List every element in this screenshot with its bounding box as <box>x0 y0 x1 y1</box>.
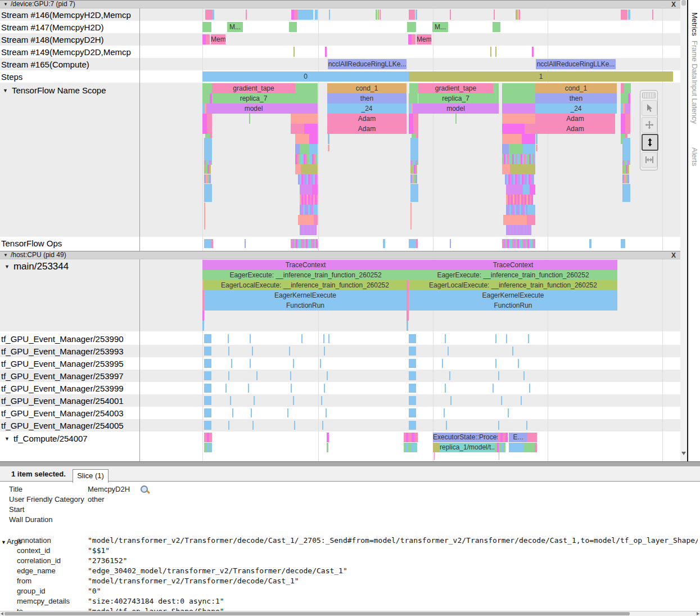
trace-event[interactable]: M... <box>227 22 243 32</box>
trace-event-sliver[interactable] <box>256 371 258 380</box>
trace-event-sliver[interactable] <box>228 347 229 356</box>
trace-event-sliver[interactable] <box>450 396 451 405</box>
gpu-close-button[interactable]: X <box>671 1 676 9</box>
trace-event-sliver[interactable] <box>506 205 527 215</box>
trace-event-sliver[interactable] <box>493 83 499 93</box>
cpu-close-button[interactable]: X <box>671 251 676 260</box>
trace-event-sliver[interactable] <box>442 359 443 368</box>
track-collapse-arrow-icon[interactable]: ▼ <box>3 88 8 93</box>
trace-event-sliver[interactable] <box>409 421 416 430</box>
trace-event-sliver[interactable] <box>246 10 247 20</box>
trace-event-sliver[interactable] <box>528 334 529 343</box>
trace-event-sliver[interactable] <box>328 134 329 144</box>
trace-event-sliver[interactable] <box>450 10 451 20</box>
trace-event[interactable]: TraceContext <box>409 260 617 270</box>
trace-event-sliver[interactable] <box>455 114 457 124</box>
trace-event[interactable]: Adam <box>327 124 407 134</box>
trace-event-sliver[interactable] <box>502 83 535 93</box>
trace-event-sliver[interactable] <box>202 124 207 134</box>
vertical-scrollbar-thumb[interactable] <box>681 0 686 6</box>
trace-event-sliver[interactable] <box>446 421 447 430</box>
horizontal-scrollbar-thumb[interactable] <box>4 612 630 615</box>
track-collapse-arrow-icon[interactable]: ▼ <box>4 436 10 442</box>
sidebar-tab-alerts[interactable]: Alerts <box>690 147 699 166</box>
sidebar-tab-input-latency[interactable]: Input Latency <box>690 80 699 124</box>
trace-event-sliver[interactable] <box>295 134 309 144</box>
trace-event-sliver[interactable] <box>383 239 385 248</box>
trace-event-sliver[interactable] <box>206 104 212 114</box>
trace-event-sliver[interactable] <box>503 443 505 452</box>
trace-event-sliver[interactable] <box>409 239 416 248</box>
trace-event-sliver[interactable] <box>652 10 653 20</box>
trace-event-sliver[interactable] <box>204 371 211 380</box>
trace-event-sliver[interactable] <box>204 408 211 417</box>
trace-event-sliver[interactable] <box>434 452 435 460</box>
trace-event-sliver[interactable] <box>289 347 290 356</box>
trace-event-sliver[interactable] <box>505 174 534 185</box>
trace-event[interactable]: ncclAllReduceRingLLKe... <box>328 59 407 69</box>
trace-event-sliver[interactable] <box>295 144 300 154</box>
trace-event-sliver[interactable] <box>535 443 537 452</box>
trace-event-sliver[interactable] <box>325 47 327 57</box>
trace-event-sliver[interactable] <box>314 205 318 215</box>
trace-event-sliver[interactable] <box>376 10 377 20</box>
trace-event[interactable]: replica_1/model/t... <box>440 443 495 452</box>
trace-event-sliver[interactable] <box>625 124 630 134</box>
trace-event-sliver[interactable] <box>327 371 328 380</box>
trace-event-sliver[interactable] <box>502 104 535 114</box>
trace-event-sliver[interactable] <box>295 154 318 164</box>
trace-event-sliver[interactable] <box>409 371 416 380</box>
trace-event-sliver[interactable] <box>328 145 329 151</box>
trace-event-sliver[interactable] <box>502 93 535 104</box>
trace-event-sliver[interactable] <box>204 165 211 174</box>
trace-event-sliver[interactable] <box>301 334 302 343</box>
trace-event-sliver[interactable] <box>523 443 535 452</box>
trace-event-sliver[interactable] <box>413 104 418 114</box>
trace-event-sliver[interactable] <box>204 421 211 430</box>
trace-event-sliver[interactable] <box>315 10 318 20</box>
trace-event-sliver[interactable] <box>410 203 412 230</box>
trace-event-sliver[interactable] <box>493 384 494 393</box>
trace-event-sliver[interactable] <box>509 443 523 452</box>
trace-event-sliver[interactable] <box>322 421 323 430</box>
trace-event-sliver[interactable] <box>291 239 318 248</box>
trace-event-sliver[interactable] <box>204 203 205 230</box>
trace-event[interactable]: replica_7 <box>418 93 493 104</box>
trace-event[interactable]: replica_7 <box>212 93 295 104</box>
trace-event-sliver[interactable] <box>621 93 628 104</box>
trace-event-sliver[interactable] <box>493 22 500 32</box>
trace-event-sliver[interactable] <box>495 47 496 57</box>
trace-event-sliver[interactable] <box>413 114 418 124</box>
trace-event-sliver[interactable] <box>621 124 625 134</box>
trace-event-sliver[interactable] <box>409 83 418 93</box>
trace-event-sliver[interactable] <box>410 138 418 160</box>
trace-event-sliver[interactable] <box>433 443 440 452</box>
trace-event-sliver[interactable] <box>204 239 211 248</box>
trace-event-sliver[interactable] <box>314 215 318 225</box>
trace-event-sliver[interactable] <box>324 347 325 356</box>
trace-event[interactable]: Adam <box>327 114 407 124</box>
trace-event-sliver[interactable] <box>449 371 450 380</box>
trace-event[interactable]: gradient_tape <box>418 83 493 93</box>
trace-event-sliver[interactable] <box>207 114 212 124</box>
trace-event-sliver[interactable] <box>518 359 519 368</box>
trace-event-sliver[interactable] <box>204 174 211 183</box>
trace-event-sliver[interactable] <box>621 114 625 124</box>
trace-event-sliver[interactable] <box>328 334 329 343</box>
trace-event-sliver[interactable] <box>499 452 499 460</box>
trace-event-sliver[interactable] <box>628 10 630 20</box>
trace-event-sliver[interactable] <box>502 134 522 144</box>
trace-event-sliver[interactable] <box>320 359 321 368</box>
trace-event-sliver[interactable] <box>523 144 535 154</box>
trace-event-sliver[interactable] <box>289 22 297 32</box>
trace-event-sliver[interactable] <box>527 215 535 225</box>
trace-event-sliver[interactable] <box>300 144 309 154</box>
trace-event-sliver[interactable] <box>501 396 502 405</box>
trace-event-sliver[interactable] <box>204 138 212 160</box>
trace-event-sliver[interactable] <box>301 164 318 174</box>
trace-event-sliver[interactable] <box>450 239 451 248</box>
panel-divider-band[interactable] <box>0 461 700 466</box>
timing-tool[interactable] <box>642 152 657 168</box>
trace-event-sliver[interactable] <box>228 334 229 343</box>
trace-event[interactable]: cond_1 <box>535 83 617 93</box>
